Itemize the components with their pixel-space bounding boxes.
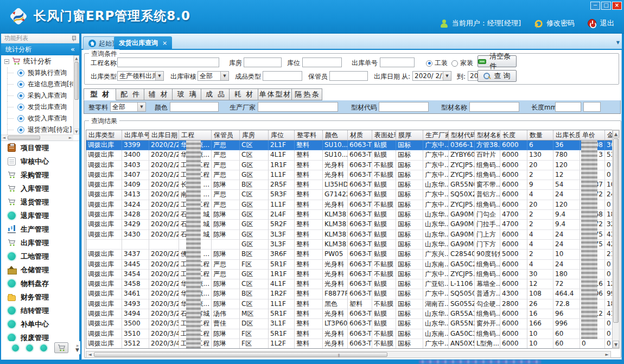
minimize-button[interactable]: −	[590, 2, 600, 10]
sidebar-item-7[interactable]: 生产管理	[1, 222, 79, 236]
material-tab-3[interactable]: 辅材	[144, 88, 173, 100]
sidebar-item-4[interactable]: 入库管理	[1, 182, 79, 195]
keeper-input[interactable]	[329, 71, 368, 81]
logout-link[interactable]: 退出	[600, 18, 614, 28]
table-row[interactable]: G区3L3F整料KLM38176063-T5贴膜国标山东华...GA90M09.…	[86, 240, 614, 250]
tree-root[interactable]: 统计分析	[1, 55, 73, 67]
column-header[interactable]: 颜色	[323, 130, 348, 141]
column-header[interactable]: 单价	[580, 130, 605, 141]
column-header[interactable]: 出库类型	[86, 130, 122, 141]
maker-input[interactable]	[258, 102, 338, 112]
column-header[interactable]: 长度	[500, 130, 527, 141]
sidebar-overflow-button[interactable]: »▼	[75, 343, 79, 352]
pin-icon[interactable]	[71, 36, 76, 41]
out-type-select[interactable]: 生产领料出库▼	[117, 71, 164, 81]
radio-jiazhuang[interactable]: 家装	[451, 59, 473, 68]
whole-part-select[interactable]: 全部▼	[110, 102, 146, 112]
audit-select[interactable]: 全部▼	[198, 71, 229, 81]
material-tab-5[interactable]: 成品	[201, 88, 230, 100]
maximize-button[interactable]: □	[601, 2, 611, 10]
column-header[interactable]: 库位	[269, 130, 295, 141]
table-row[interactable]: 调拨出库34932020/3/2华原...陈琳C区1L1F整料黑色塑料不贴膜国标…	[86, 299, 614, 309]
tree-item[interactable]: 退货查询[待定]	[1, 124, 73, 135]
table-row[interactable]: 调拨出库34542020/2/28工共工程严思G区1R1F整料光身料6063-T…	[86, 270, 614, 279]
sidebar-item-6[interactable]: 退库管理	[1, 209, 79, 222]
product-type-input[interactable]	[263, 71, 302, 81]
column-header[interactable]: 生产厂家	[423, 130, 449, 141]
grid-horizontal-scrollbar[interactable]: ◄⦀►	[86, 351, 611, 358]
sidebar-item-8[interactable]: 出库管理	[1, 236, 79, 250]
column-header[interactable]: 保管员	[212, 130, 240, 141]
order-no-input[interactable]	[380, 58, 415, 67]
sidebar-item-5[interactable]: 退货管理	[1, 195, 79, 209]
module-dot-icon[interactable]	[26, 344, 33, 352]
column-header[interactable]: 出库日期	[149, 130, 179, 141]
tree-horizontal-scrollbar[interactable]: ◄►	[1, 135, 73, 141]
column-header[interactable]: 膜厚	[396, 130, 423, 141]
tree-item[interactable]: 预算执行查询	[1, 67, 73, 79]
material-tab-6[interactable]: 耗材	[230, 88, 258, 100]
table-row[interactable]: 调拨出库34452020/2/27工共工程严思F区5R1F整料光身料6063-T…	[86, 260, 614, 270]
sidebar-item-9[interactable]: 工地管理	[1, 250, 79, 263]
profile-name-input[interactable]	[469, 102, 519, 112]
sidebar-item-10[interactable]: 仓储管理	[1, 263, 79, 277]
column-header[interactable]: 库房	[240, 130, 269, 141]
table-row[interactable]: 调拨出库35102020/3/4工共工程陈琳F区5R1F整料光身料6063-T5…	[86, 329, 614, 339]
search-button[interactable]: 查 询	[477, 70, 517, 82]
tab-overflow-icon[interactable]: ▼	[616, 40, 620, 45]
tab-close-icon[interactable]: ×	[162, 40, 167, 47]
sidebar-item-14[interactable]: 补单中心	[1, 317, 79, 331]
warehouse-input[interactable]	[244, 58, 282, 67]
table-row[interactable]: 调拨出库34132020/2/26南...严思C区5R3F整料G71422606…	[86, 190, 614, 200]
stats-group-header[interactable]: 统计分析 «	[1, 43, 79, 55]
color-input[interactable]	[170, 102, 219, 112]
material-tab-7[interactable]: 单体型材	[258, 88, 292, 100]
module-dot-icon[interactable]	[40, 344, 47, 352]
tree-vertical-scrollbar[interactable]: ▲▼	[73, 55, 79, 135]
module-dot-icon[interactable]	[12, 344, 19, 352]
table-row[interactable]: 调拨出库33992020/2/25华原...严思C区2L1F整料SU10...6…	[86, 141, 614, 150]
material-tab-8[interactable]: 隔热条	[292, 88, 322, 100]
column-header[interactable]: 表面处理	[372, 130, 396, 141]
table-row[interactable]: 调拨出库34582020/2/28华原...陈琳C区4L1F整料光身料6063-…	[86, 279, 614, 289]
column-header[interactable]: 型材代码	[449, 130, 475, 141]
column-header[interactable]: 整零料	[295, 130, 323, 141]
grid-vertical-scrollbar[interactable]: ▲▼	[612, 130, 620, 349]
table-row[interactable]: 调拨出库34072020/2/25工共工程严思G区1L1F整料光身料6063-T…	[86, 170, 614, 180]
tree-item[interactable]: 采购入库查询	[1, 90, 73, 101]
close-button[interactable]: ×	[612, 2, 622, 10]
column-header[interactable]: 工程	[179, 130, 212, 141]
table-row[interactable]: 调拨出库34282020/2/26石城陈琳G区2L4F整料KLM38176063…	[86, 210, 614, 220]
sidebar-item-12[interactable]: 财务管理	[1, 290, 79, 304]
table-row[interactable]: 调拨出库34002020/2/25华原...严思C区4L1F整料SU10...6…	[86, 150, 614, 160]
length-from-input[interactable]	[555, 102, 581, 112]
table-row[interactable]: 调拨出库34942020/3/2石辉城汤伟M区5R1F整料光身料6063-T5贴…	[86, 309, 614, 319]
clear-conditions-button[interactable]: 清空条件	[477, 55, 517, 67]
table-row[interactable]: 调拨出库34292020/2/26石城陈琳G区5R2F整料KLM38176063…	[86, 220, 614, 229]
table-row[interactable]: 调拨出库34612020/2/28华原...陈琳B区1R2F整料F8877FT6…	[86, 289, 614, 299]
material-tab-4[interactable]: 玻璃	[173, 88, 201, 100]
length-to-input[interactable]	[583, 102, 601, 112]
column-header[interactable]: 型材名称	[475, 130, 500, 141]
tree-expander-icon[interactable]	[4, 59, 9, 64]
profile-code-input[interactable]	[379, 102, 429, 112]
tab-shipment-query[interactable]: 发货出库查询 ×	[114, 36, 172, 50]
tree-item[interactable]: 发货出库查询	[1, 101, 73, 113]
radio-gongzhuang[interactable]: 工装	[426, 59, 448, 68]
column-header[interactable]: 出库长度	[553, 130, 580, 141]
column-header[interactable]: 数量	[527, 130, 553, 141]
column-header[interactable]: 材质	[348, 130, 372, 141]
table-row[interactable]: 调拨出库35122020/3/4工共工程陈琳F区1L2F整料光身料6063-T5…	[86, 339, 614, 349]
change-password-link[interactable]: 修改密码	[546, 18, 575, 28]
tree-item[interactable]: 在途信息查询[待	[1, 79, 73, 90]
sidebar-item-1[interactable]: 项目管理	[1, 141, 79, 155]
table-row[interactable]: 调拨出库34092020/2/25长...陈琳B区2R5F整料LI35HD606…	[86, 180, 614, 190]
sidebar-item-13[interactable]: 结转管理	[1, 304, 79, 317]
table-row[interactable]: 调拨出库34302020/2/26石城陈琳G区3L3F整料KLM38176063…	[86, 230, 614, 240]
sidebar-item-3[interactable]: 采购管理	[1, 168, 79, 182]
table-row[interactable]: 调拨出库34242020/2/26工共工程严思G区1L1F整料光身料6063-T…	[86, 200, 614, 210]
project-name-input[interactable]	[117, 58, 219, 67]
tree-item[interactable]: 收货入库查询	[1, 113, 73, 124]
date-from-select[interactable]: 2020/ 2/16▼	[412, 71, 451, 81]
material-tab-2[interactable]: 配件	[116, 88, 144, 100]
